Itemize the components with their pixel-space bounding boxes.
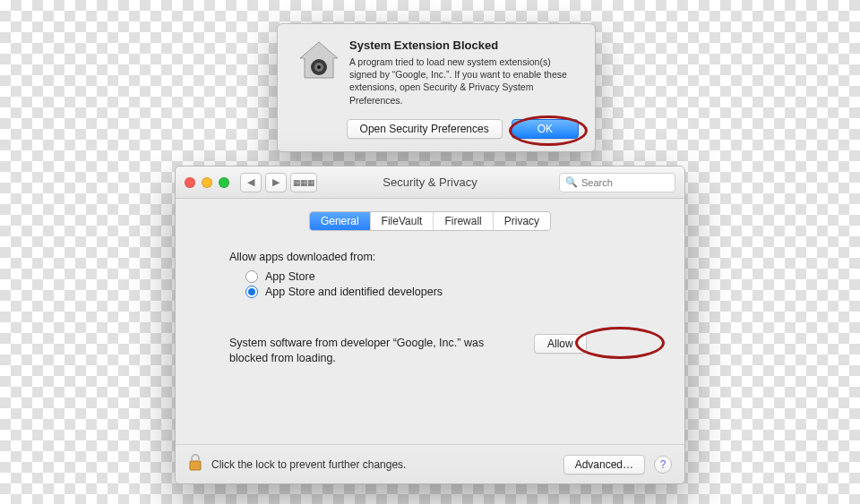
back-button[interactable]: ◀ — [240, 173, 262, 192]
show-all-button[interactable]: ▦▦▦ — [290, 173, 317, 192]
lock-icon[interactable] — [188, 454, 202, 474]
svg-point-3 — [317, 65, 321, 69]
advanced-button[interactable]: Advanced… — [563, 455, 645, 474]
help-button[interactable]: ? — [654, 456, 672, 474]
tab-firewall[interactable]: Firewall — [434, 212, 493, 230]
annotation-circle-allow — [575, 327, 665, 359]
alert-message: A program tried to load new system exten… — [349, 56, 579, 107]
search-icon: 🔍 — [565, 176, 578, 188]
radio-app-store-identified-label: App Store and identified developers — [265, 286, 443, 298]
radio-app-store-label: App Store — [265, 270, 315, 283]
kext-house-icon — [294, 38, 344, 107]
radio-app-store[interactable] — [245, 270, 258, 283]
security-privacy-window: ◀ ▶ ▦▦▦ Security & Privacy 🔍 General Fil… — [175, 166, 685, 484]
search-input[interactable] — [581, 177, 669, 188]
tab-general[interactable]: General — [310, 212, 371, 230]
forward-button[interactable]: ▶ — [265, 173, 287, 192]
ok-button[interactable]: OK — [512, 119, 579, 139]
chevron-right-icon: ▶ — [272, 176, 280, 188]
chevron-left-icon: ◀ — [247, 176, 254, 188]
blocked-software-message: System software from developer “Google, … — [229, 336, 516, 366]
grid-icon: ▦▦▦ — [293, 178, 314, 187]
traffic-lights — [185, 177, 229, 188]
tab-privacy[interactable]: Privacy — [494, 212, 550, 230]
lock-hint-text: Click the lock to prevent further change… — [211, 458, 406, 471]
close-window-button[interactable] — [185, 177, 195, 188]
alert-title: System Extension Blocked — [349, 38, 579, 52]
minimize-window-button[interactable] — [202, 177, 212, 188]
window-titlebar: ◀ ▶ ▦▦▦ Security & Privacy 🔍 — [176, 167, 684, 199]
svg-rect-4 — [190, 461, 201, 470]
search-field[interactable]: 🔍 — [559, 173, 675, 192]
allow-button[interactable]: Allow — [534, 334, 587, 354]
open-security-preferences-button[interactable]: Open Security Preferences — [347, 119, 503, 139]
tab-filevault[interactable]: FileVault — [371, 212, 434, 230]
zoom-window-button[interactable] — [219, 177, 229, 188]
pref-tabs: General FileVault Firewall Privacy — [309, 211, 551, 231]
radio-app-store-identified[interactable] — [245, 286, 258, 298]
system-extension-blocked-dialog: System Extension Blocked A program tried… — [277, 23, 596, 152]
allow-apps-label: Allow apps downloaded from: — [229, 251, 654, 263]
